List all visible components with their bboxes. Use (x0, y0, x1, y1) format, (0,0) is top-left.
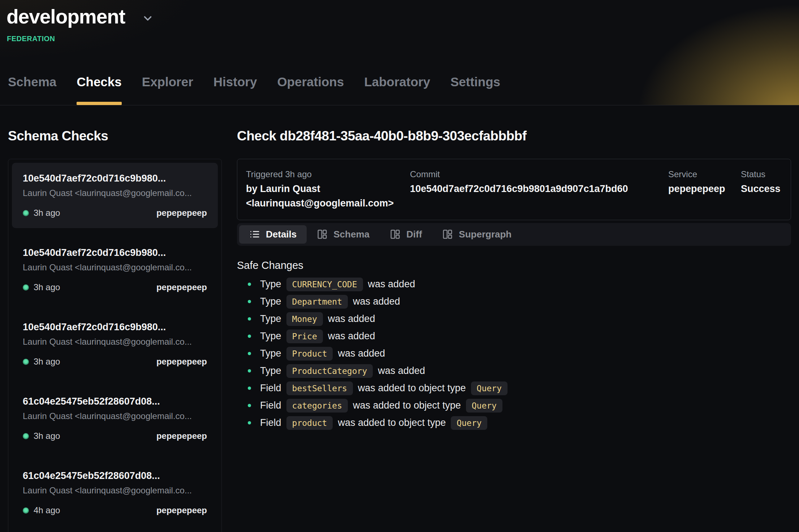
bullet-icon (248, 369, 251, 372)
tab-operations[interactable]: Operations (277, 75, 344, 105)
change-code: categories (286, 399, 348, 413)
tab-label: Checks (77, 75, 122, 89)
change-item: Type Product was added (237, 345, 791, 362)
tab-label: Laboratory (364, 75, 430, 89)
check-commit-title: 10e540d7aef72c0d716c9b980... (23, 322, 207, 333)
view-tab-supergraph[interactable]: Supergraph (432, 225, 522, 244)
change-object-type: Query (466, 399, 502, 413)
tab-label: History (213, 75, 257, 89)
checks-list: 10e540d7aef72c0d716c9b980... Laurin Quas… (8, 159, 222, 532)
project-selector[interactable]: development (0, 0, 154, 28)
check-meta-row: 3h ago pepepepeep (23, 282, 207, 292)
check-author: Laurin Quast <laurinquast@googlemail.co.… (23, 188, 207, 198)
change-code: Product (286, 347, 333, 361)
check-list-item[interactable]: 61c04e25475eb52f28607d08... Laurin Quast… (12, 386, 218, 451)
bullet-icon (248, 300, 251, 303)
check-meta-row: 3h ago pepepepeep (23, 208, 207, 218)
check-service: pepepepeep (156, 505, 207, 515)
check-author: Laurin Quast <laurinquast@googlemail.co.… (23, 337, 207, 347)
check-time: 3h ago (34, 357, 60, 367)
columns-icon (317, 229, 328, 240)
change-item: Type Price was added (237, 328, 791, 345)
columns-icon (442, 229, 453, 240)
change-prefix: Type (260, 365, 281, 376)
status-dot-icon (23, 210, 29, 216)
view-tab-label: Diff (406, 229, 422, 240)
check-list-item[interactable]: 10e540d7aef72c0d716c9b980... Laurin Quas… (12, 237, 218, 302)
check-time: 3h ago (34, 282, 60, 292)
schema-checks-page: development FEDERATION Schema Checks Exp… (0, 0, 799, 532)
change-object-type: Query (471, 381, 508, 395)
change-suffix: was added (353, 296, 400, 307)
check-meta-row: 3h ago pepepepeep (23, 357, 207, 367)
status-value: Success (741, 182, 781, 196)
check-list-item[interactable]: 10e540d7aef72c0d716c9b980... Laurin Quas… (12, 311, 218, 377)
service-label: Service (668, 169, 741, 180)
check-commit-title: 61c04e25475eb52f28607d08... (23, 470, 207, 481)
tab-history[interactable]: History (213, 75, 257, 105)
change-suffix: was added (328, 331, 375, 342)
federation-badge: FEDERATION (7, 35, 799, 43)
check-author: Laurin Quast <laurinquast@googlemail.co.… (23, 485, 207, 496)
check-service: pepepepeep (156, 208, 207, 218)
view-tab-label: Supergraph (459, 229, 511, 240)
content-area: Schema Checks 10e540d7aef72c0d716c9b980.… (0, 105, 799, 532)
check-detail-title: Check db28f481-35aa-40b0-b8b9-303ecfabbb… (237, 128, 791, 144)
meta-service: Service pepepepeep (668, 169, 741, 210)
change-prefix: Type (260, 279, 281, 290)
bullet-icon (248, 335, 251, 338)
change-prefix: Type (260, 313, 281, 324)
change-code: product (286, 416, 333, 430)
status-dot-icon (23, 433, 29, 439)
change-suffix: was added to object type (353, 400, 461, 411)
view-tab-diff[interactable]: Diff (380, 225, 432, 244)
change-suffix: was added (368, 279, 415, 290)
change-item: Type Department was added (237, 293, 791, 310)
change-code: Price (286, 330, 323, 343)
change-code: Money (286, 312, 323, 326)
check-author: Laurin Quast <laurinquast@googlemail.co.… (23, 262, 207, 272)
bullet-icon (248, 317, 251, 320)
change-item: Field categories was added to object typ… (237, 397, 791, 414)
tab-explorer[interactable]: Explorer (142, 75, 193, 105)
status-dot-icon (23, 284, 29, 291)
check-list-item[interactable]: 61c04e25475eb52f28607d08... Laurin Quast… (12, 460, 218, 526)
check-commit-title: 10e540d7aef72c0d716c9b980... (23, 247, 207, 258)
check-detail-panel: Check db28f481-35aa-40b0-b8b9-303ecfabbb… (237, 105, 791, 532)
view-tab-details[interactable]: Details (239, 225, 307, 244)
check-service: pepepepeep (156, 282, 207, 292)
check-meta-row: 3h ago pepepepeep (23, 431, 207, 441)
bullet-icon (248, 387, 251, 390)
change-prefix: Field (260, 417, 281, 428)
check-meta-card: Triggered 3h ago by Laurin Quast <laurin… (237, 159, 791, 220)
change-object-type: Query (451, 416, 487, 430)
bullet-icon (248, 283, 251, 286)
tab-laboratory[interactable]: Laboratory (364, 75, 430, 105)
change-code: CURRENCY_CODE (286, 278, 363, 291)
meta-triggered: Triggered 3h ago by Laurin Quast <laurin… (246, 169, 410, 210)
meta-status: Status Success (741, 169, 781, 210)
check-commit-title: 10e540d7aef72c0d716c9b980... (23, 173, 207, 184)
tab-settings[interactable]: Settings (450, 75, 500, 105)
bullet-icon (248, 352, 251, 355)
sidebar-title: Schema Checks (8, 128, 222, 144)
change-suffix: was added (338, 348, 385, 359)
change-code: Department (286, 295, 348, 309)
check-commit-title: 61c04e25475eb52f28607d08... (23, 396, 207, 407)
change-suffix: was added (328, 313, 375, 324)
safe-changes-title: Safe Changes (237, 260, 791, 271)
bullet-icon (248, 404, 251, 407)
tab-label: Explorer (142, 75, 193, 89)
tab-schema[interactable]: Schema (8, 75, 56, 105)
change-suffix: was added to object type (358, 383, 466, 394)
check-service: pepepepeep (156, 357, 207, 367)
change-item: Type ProductCategory was added (237, 362, 791, 380)
check-list-item[interactable]: 10e540d7aef72c0d716c9b980... Laurin Quas… (12, 163, 218, 228)
check-time: 4h ago (34, 505, 60, 515)
chevron-down-icon[interactable] (142, 12, 154, 25)
change-suffix: was added to object type (338, 417, 446, 428)
view-tab-schema[interactable]: Schema (307, 225, 380, 244)
status-dot-icon (23, 507, 29, 514)
tab-checks[interactable]: Checks (77, 75, 122, 105)
tab-label: Settings (450, 75, 500, 89)
